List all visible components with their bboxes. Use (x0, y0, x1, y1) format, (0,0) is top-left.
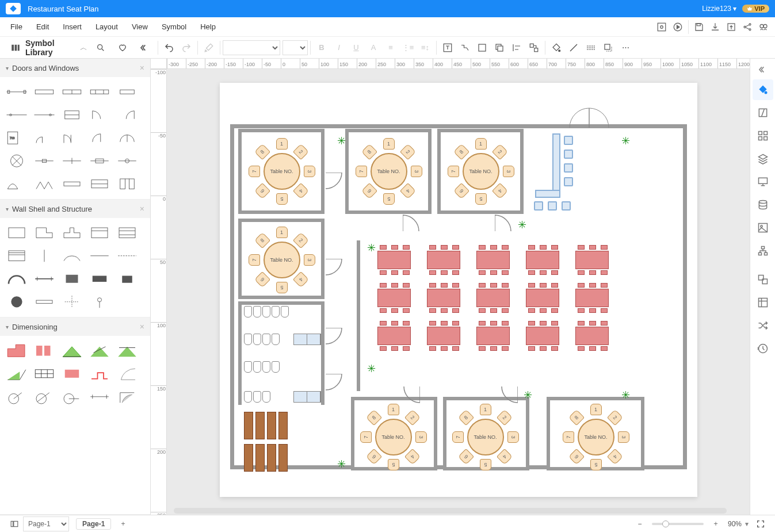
find-icon[interactable] (755, 19, 772, 35)
library-favorite-icon[interactable] (114, 39, 131, 56)
library-shape[interactable] (59, 269, 85, 289)
tab-presentation[interactable] (753, 171, 773, 192)
plant-icon[interactable]: ✳ (367, 242, 376, 254)
library-shape[interactable] (86, 246, 113, 266)
canvas-page[interactable]: Table NO.12345678Table NO.12345678Table … (220, 83, 697, 497)
format-painter-button[interactable] (200, 39, 217, 56)
menu-layout[interactable]: Layout (89, 19, 125, 35)
library-shape[interactable] (31, 82, 58, 102)
door[interactable] (403, 386, 420, 404)
library-shape[interactable] (114, 363, 140, 384)
menu-help[interactable]: Help (193, 19, 223, 35)
tab-image-crop[interactable] (753, 102, 773, 123)
library-shape[interactable] (59, 292, 85, 312)
round-table[interactable]: Table NO.12345678 (562, 403, 631, 472)
font-family-select[interactable] (223, 40, 280, 55)
menu-insert[interactable]: Insert (56, 19, 89, 35)
library-shape[interactable] (114, 105, 140, 125)
round-table[interactable]: Table NO.12345678 (446, 137, 516, 206)
library-shape[interactable] (86, 128, 113, 148)
library-shape[interactable] (31, 386, 58, 407)
booth-seat[interactable] (267, 444, 276, 472)
toilet-row[interactable] (244, 334, 280, 345)
undo-button[interactable] (161, 39, 178, 56)
rect-table[interactable] (473, 246, 513, 274)
shape-tool-button[interactable] (474, 39, 491, 56)
zoom-slider[interactable] (652, 523, 704, 525)
close-icon[interactable]: × (140, 204, 144, 213)
plant-icon[interactable]: ✳ (337, 135, 346, 147)
page-panel-icon[interactable] (6, 515, 23, 533)
line-color-button[interactable] (565, 39, 582, 56)
library-shape[interactable] (114, 82, 140, 102)
library-shape[interactable] (3, 174, 30, 194)
door[interactable] (326, 328, 343, 345)
plant-icon[interactable]: ✳ (337, 458, 346, 470)
round-table[interactable]: Table NO.12345678 (247, 225, 316, 294)
tab-shuffle[interactable] (753, 315, 773, 336)
rect-table[interactable] (572, 322, 612, 350)
screenshot-icon[interactable] (654, 19, 670, 35)
door[interactable] (403, 214, 420, 231)
library-shape[interactable] (3, 246, 30, 266)
align-tool-button[interactable] (508, 39, 525, 56)
library-shape[interactable] (59, 386, 85, 407)
library-shape[interactable] (59, 174, 85, 194)
booth-seat[interactable] (244, 412, 253, 439)
library-shape[interactable] (86, 269, 113, 289)
zoom-in-button[interactable]: ＋ (707, 515, 724, 533)
round-table[interactable]: Table NO.12345678 (359, 403, 428, 472)
rect-table[interactable] (423, 246, 464, 274)
horizontal-scrollbar[interactable] (174, 508, 727, 514)
section-walls[interactable]: ▾ Wall Shell and Structure × (0, 200, 150, 218)
library-shape[interactable] (31, 269, 58, 289)
booth-seat[interactable] (255, 444, 265, 472)
rect-table[interactable] (522, 246, 563, 274)
underline-button[interactable]: U (348, 39, 365, 56)
toilet-row[interactable] (244, 361, 280, 373)
menu-symbol[interactable]: Symbol (155, 19, 193, 35)
group-button[interactable] (525, 39, 543, 56)
tab-data[interactable] (753, 194, 773, 215)
zoom-label[interactable]: 90% (728, 520, 742, 528)
page-tab-1[interactable]: Page-1 (76, 518, 111, 530)
plant-icon[interactable]: ✳ (524, 389, 532, 401)
door[interactable] (495, 214, 512, 231)
library-shape[interactable] (114, 269, 140, 289)
library-shape[interactable] (31, 151, 58, 171)
library-shape[interactable] (59, 105, 85, 125)
library-shape[interactable] (86, 82, 113, 102)
tab-theme[interactable] (753, 79, 773, 100)
library-shape[interactable] (86, 223, 113, 243)
stool[interactable] (534, 201, 543, 210)
library-shape[interactable] (59, 340, 85, 361)
tab-replace[interactable] (753, 269, 773, 290)
booth-seat[interactable] (244, 444, 253, 472)
rect-table[interactable] (522, 322, 563, 350)
library-shape[interactable] (31, 128, 58, 148)
rect-table[interactable] (423, 284, 464, 312)
redo-button[interactable] (178, 39, 195, 56)
user-menu[interactable]: Lizzie123 ▾ (702, 5, 736, 13)
door[interactable] (326, 173, 343, 190)
library-shape[interactable] (114, 174, 140, 194)
rect-table[interactable] (374, 246, 414, 274)
close-icon[interactable]: × (140, 322, 144, 331)
library-shape[interactable] (114, 340, 140, 361)
font-color-button[interactable]: A (365, 39, 382, 56)
section-dimensioning[interactable]: ▾ Dimensioning × (0, 317, 150, 336)
reception-counter[interactable] (552, 133, 560, 197)
library-shape[interactable] (31, 105, 58, 125)
stool[interactable] (564, 136, 573, 145)
add-page-button[interactable]: ＋ (114, 515, 132, 533)
text-align-button[interactable]: ≡ (382, 39, 399, 56)
tab-navigator[interactable] (753, 292, 773, 313)
rect-table[interactable] (522, 284, 563, 312)
library-shape[interactable] (86, 340, 113, 361)
rect-table[interactable] (572, 246, 612, 274)
tab-hierarchy[interactable] (753, 240, 773, 261)
stool[interactable] (564, 150, 573, 159)
library-collapse-icon[interactable]: ︿ (80, 43, 87, 53)
booth-seat[interactable] (278, 412, 288, 439)
library-shape[interactable] (114, 151, 140, 171)
